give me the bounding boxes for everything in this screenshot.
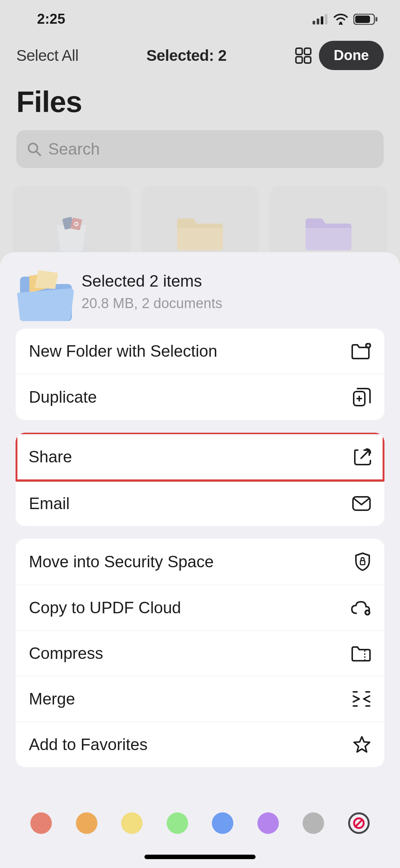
selected-count-label: Selected: 2 (85, 47, 288, 65)
action-label: Copy to UPDF Cloud (29, 598, 181, 617)
share-icon (354, 448, 371, 466)
action-compress[interactable]: Compress (16, 631, 384, 676)
search-icon (27, 142, 41, 156)
svg-rect-1 (317, 19, 319, 24)
status-icons (313, 14, 378, 25)
action-group: Share Email (16, 433, 384, 526)
color-tag[interactable] (257, 812, 279, 834)
cellular-icon (313, 14, 328, 24)
star-icon (353, 735, 371, 754)
sheet-title: Selected 2 items (81, 272, 222, 290)
folder-tile[interactable] (13, 186, 131, 260)
status-bar: 2:25 (0, 0, 400, 36)
color-tag[interactable] (76, 812, 97, 834)
action-label: Move into Security Space (29, 552, 214, 571)
duplicate-icon (353, 387, 371, 407)
color-tag-row (0, 812, 400, 834)
status-time: 2:25 (37, 11, 65, 27)
color-tag[interactable] (30, 812, 52, 834)
search-placeholder: Search (48, 140, 100, 158)
action-group: Move into Security Space Copy to UPDF Cl… (16, 539, 384, 767)
action-label: Duplicate (29, 388, 97, 406)
no-color-icon (352, 816, 366, 830)
sheet-header: Selected 2 items 20.8 MB, 2 documents (8, 269, 392, 329)
svg-rect-3 (325, 14, 327, 24)
trash-icon (49, 213, 94, 254)
done-button[interactable]: Done (319, 41, 384, 70)
action-sheet: Selected 2 items 20.8 MB, 2 documents Ne… (0, 252, 400, 868)
highlight-box: Share (16, 433, 384, 482)
action-duplicate[interactable]: Duplicate (16, 374, 384, 420)
svg-rect-11 (304, 57, 311, 63)
color-tag[interactable] (212, 812, 233, 834)
wifi-icon (333, 14, 348, 25)
action-label: Share (29, 448, 72, 466)
svg-rect-10 (296, 57, 302, 63)
merge-icon (352, 690, 371, 707)
home-indicator[interactable] (144, 855, 256, 859)
cloud-plus-icon (350, 600, 371, 615)
grid-icon (294, 47, 312, 65)
folder-icon (303, 213, 354, 252)
search-input[interactable]: Search (16, 130, 384, 168)
action-share[interactable]: Share (17, 434, 383, 479)
svg-point-4 (340, 22, 342, 24)
action-security-space[interactable]: Move into Security Space (16, 539, 384, 585)
folder-tile[interactable] (141, 186, 259, 260)
action-new-folder[interactable]: New Folder with Selection (16, 329, 384, 374)
folder-open-icon (16, 269, 67, 314)
action-group: New Folder with Selection Duplicate (16, 329, 384, 420)
svg-line-24 (356, 820, 362, 826)
folder-plus-icon (351, 343, 371, 359)
folder-grid (0, 186, 400, 260)
svg-rect-20 (353, 497, 370, 510)
action-label: Add to Favorites (29, 735, 147, 754)
svg-rect-8 (296, 48, 302, 55)
folder-tile[interactable] (269, 186, 387, 260)
action-copy-cloud[interactable]: Copy to UPDF Cloud (16, 585, 384, 631)
action-label: Compress (29, 644, 103, 663)
zip-folder-icon (351, 645, 371, 661)
svg-rect-2 (321, 16, 323, 24)
view-grid-button[interactable] (294, 47, 312, 65)
action-label: Email (29, 494, 70, 513)
svg-rect-6 (355, 16, 370, 23)
svg-line-13 (37, 152, 40, 155)
action-favorite[interactable]: Add to Favorites (16, 722, 384, 767)
sheet-subtitle: 20.8 MB, 2 documents (81, 296, 222, 311)
color-tag[interactable] (167, 812, 188, 834)
svg-rect-9 (304, 48, 311, 55)
color-tag[interactable] (121, 812, 143, 834)
mail-icon (352, 496, 371, 511)
battery-icon (353, 14, 378, 25)
selection-toolbar: Select All Selected: 2 Done (0, 36, 400, 81)
svg-rect-0 (313, 21, 315, 24)
color-tag-none[interactable] (348, 812, 370, 834)
page-title: Files (16, 85, 384, 119)
svg-rect-21 (360, 561, 365, 565)
svg-rect-7 (376, 17, 377, 22)
action-label: New Folder with Selection (29, 342, 217, 360)
svg-point-12 (29, 143, 37, 152)
action-label: Merge (29, 690, 75, 708)
select-all-button[interactable]: Select All (16, 47, 79, 65)
folder-icon (174, 213, 226, 252)
shield-lock-icon (354, 552, 371, 571)
action-merge[interactable]: Merge (16, 676, 384, 722)
action-email[interactable]: Email (16, 481, 384, 526)
color-tag[interactable] (303, 812, 324, 834)
